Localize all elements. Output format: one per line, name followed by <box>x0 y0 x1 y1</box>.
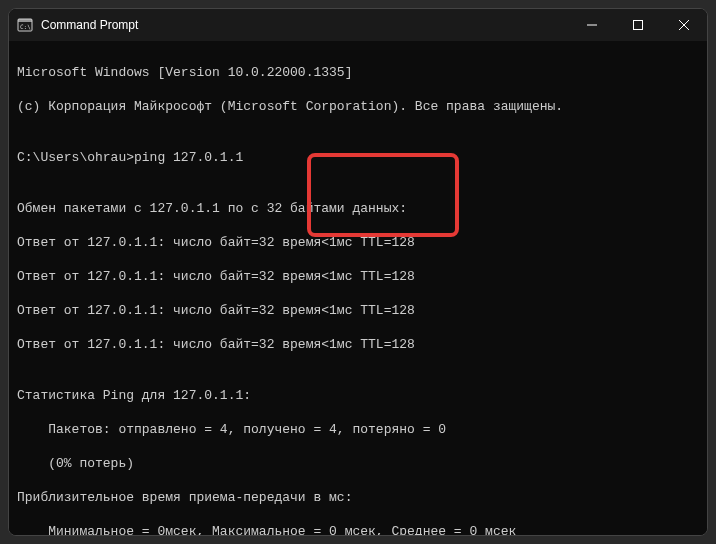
output-line: Обмен пакетами с 127.0.1.1 по с 32 байта… <box>17 200 699 217</box>
output-line: (0% потерь) <box>17 455 699 472</box>
output-line: (c) Корпорация Майкрософт (Microsoft Cor… <box>17 98 699 115</box>
output-line: Ответ от 127.0.1.1: число байт=32 время<… <box>17 302 699 319</box>
output-line: Ответ от 127.0.1.1: число байт=32 время<… <box>17 336 699 353</box>
window-controls <box>569 9 707 41</box>
output-line: Пакетов: отправлено = 4, получено = 4, п… <box>17 421 699 438</box>
output-line: Минимальное = 0мсек, Максимальное = 0 мс… <box>17 523 699 535</box>
annotation-highlight <box>307 153 459 237</box>
svg-rect-4 <box>634 21 643 30</box>
svg-text:C:\: C:\ <box>20 23 31 30</box>
output-line: Ответ от 127.0.1.1: число байт=32 время<… <box>17 268 699 285</box>
terminal-output[interactable]: Microsoft Windows [Version 10.0.22000.13… <box>9 41 707 535</box>
minimize-button[interactable] <box>569 9 615 41</box>
window-title: Command Prompt <box>41 18 569 32</box>
output-line: Microsoft Windows [Version 10.0.22000.13… <box>17 64 699 81</box>
maximize-button[interactable] <box>615 9 661 41</box>
close-button[interactable] <box>661 9 707 41</box>
svg-rect-1 <box>18 19 32 22</box>
command-prompt-window: C:\ Command Prompt Microsoft Windows [Ve… <box>8 8 708 536</box>
titlebar[interactable]: C:\ Command Prompt <box>9 9 707 41</box>
prompt-line: C:\Users\ohrau>ping 127.0.1.1 <box>17 149 699 166</box>
cmd-icon: C:\ <box>17 17 33 33</box>
output-line: Статистика Ping для 127.0.1.1: <box>17 387 699 404</box>
output-line: Приблизительное время приема-передачи в … <box>17 489 699 506</box>
output-line: Ответ от 127.0.1.1: число байт=32 время<… <box>17 234 699 251</box>
